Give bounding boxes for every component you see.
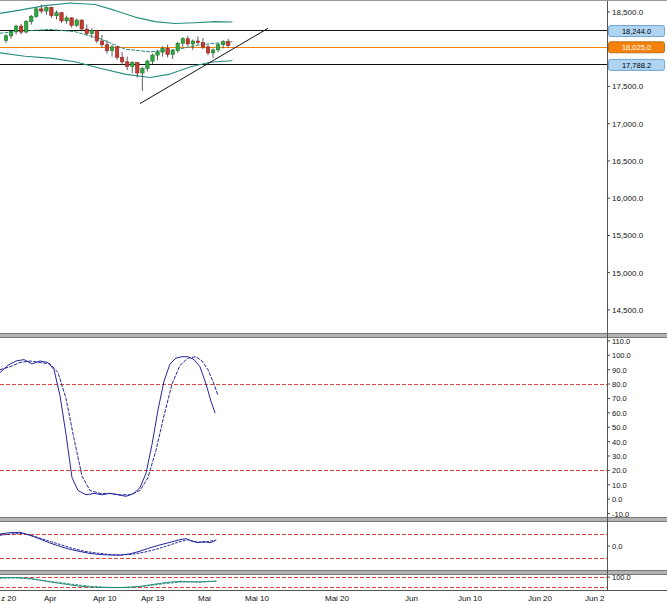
candle-up <box>141 69 144 74</box>
candle-down <box>206 47 209 53</box>
indicator-tick-label: 20.0 <box>612 466 627 475</box>
indicator-tick-label: 100.0 <box>612 573 631 582</box>
time-tick-label: Apr 10 <box>93 594 117 603</box>
badge-label: 17,788.2 <box>622 61 651 70</box>
candle-up <box>14 26 17 31</box>
candle-down <box>186 39 189 44</box>
badge-label: 18,244.0 <box>622 27 651 36</box>
indicator-tick-label: 30.0 <box>612 452 627 461</box>
candle-down <box>60 13 63 21</box>
candle-down <box>120 57 123 62</box>
price-tick-label: 16,500.0 <box>612 157 644 166</box>
indicator-tick-label: 80.0 <box>612 380 627 389</box>
candle-up <box>30 16 33 21</box>
price-tick-label: 16,000.0 <box>612 194 644 203</box>
candle-up <box>176 43 179 50</box>
candle-down <box>227 42 230 46</box>
candle-up <box>181 39 184 44</box>
candle-up <box>222 42 225 45</box>
candle-down <box>85 29 88 33</box>
candle-down <box>95 31 98 41</box>
candle-up <box>25 22 28 32</box>
price-tick-label: 17,000.0 <box>612 120 644 129</box>
price-level-badge[interactable]: 18,244.0 <box>609 26 665 37</box>
candle-up <box>110 47 113 51</box>
chart-background <box>0 0 667 604</box>
candle-up <box>156 52 159 55</box>
candle-down <box>80 20 83 29</box>
indicator-tick-label: 10.0 <box>612 481 627 490</box>
candle-down <box>40 9 43 11</box>
candle-up <box>161 48 164 52</box>
price-tick-label: 17,500.0 <box>612 82 644 91</box>
candle-down <box>126 62 129 67</box>
indicator-tick-label: -10.0 <box>612 510 629 519</box>
time-axis[interactable]: z 20AprApr 10Apr 19MaiMai 10Mai 20JunJun… <box>0 591 667 604</box>
time-tick-label: Mai 20 <box>325 594 350 603</box>
candle-down <box>50 7 53 15</box>
candle-up <box>146 61 149 68</box>
time-tick-label: Apr 19 <box>141 594 165 603</box>
candle-up <box>131 63 134 67</box>
indicator-tick-label: 0.0 <box>612 495 622 504</box>
candle-up <box>9 31 12 36</box>
candle-up <box>55 13 58 16</box>
indicator-tick-label: 0.0 <box>612 542 622 551</box>
candle-up <box>90 31 93 34</box>
candle-up <box>211 50 214 53</box>
indicator-tick-label: 60.0 <box>612 409 627 418</box>
candle-down <box>70 18 73 25</box>
panel-separator[interactable] <box>0 570 667 575</box>
candle-down <box>166 48 169 54</box>
candle-down <box>136 63 139 73</box>
price-tick-label: 15,000.0 <box>612 269 644 278</box>
time-tick-label: Jun 20 <box>528 594 553 603</box>
candle-up <box>171 51 174 55</box>
candle-down <box>201 43 204 48</box>
indicator-tick-label: 40.0 <box>612 438 627 447</box>
panel-separator[interactable] <box>0 517 667 522</box>
candle-up <box>151 55 154 61</box>
candle-down <box>105 45 108 51</box>
candle-up <box>35 9 38 16</box>
candle-down <box>196 41 199 43</box>
indicator-tick-label: 90.0 <box>612 366 627 375</box>
price-tick-label: 15,500.0 <box>612 231 644 240</box>
time-tick-label: Apr <box>44 594 57 603</box>
badge-label: 18,025.0 <box>622 43 651 52</box>
indicator-tick-label: 50.0 <box>612 423 627 432</box>
candle-up <box>65 18 68 21</box>
candle-up <box>75 20 78 25</box>
indicator-tick-label: 110.0 <box>612 337 630 346</box>
candle-up <box>4 36 7 41</box>
price-tick-label: 14,500.0 <box>612 306 644 315</box>
candle-down <box>100 41 103 45</box>
chart-canvas[interactable]: 18,500.018,000.017,500.017,000.016,500.0… <box>0 0 667 604</box>
candle-down <box>115 47 118 57</box>
time-tick-label: Mai <box>198 594 211 603</box>
price-level-badge[interactable]: 18,025.0 <box>609 42 665 53</box>
candle-down <box>19 26 22 32</box>
candle-up <box>191 41 194 44</box>
indicator-tick-label: 70.0 <box>612 394 627 403</box>
time-tick-label: Mai 10 <box>245 594 270 603</box>
time-tick-label: Jun <box>405 594 418 603</box>
indicator-tick-label: 100.0 <box>612 351 631 360</box>
chart-window: 18,500.018,000.017,500.017,000.016,500.0… <box>0 0 667 604</box>
time-tick-label: Jun 10 <box>458 594 483 603</box>
price-tick-label: 18,500.0 <box>612 8 644 17</box>
panel-separator[interactable] <box>0 333 667 338</box>
candle-up <box>216 45 219 50</box>
candle-up <box>45 7 48 11</box>
price-level-badge[interactable]: 17,788.2 <box>609 59 665 70</box>
time-tick-label: Jun 2 <box>585 594 605 603</box>
time-tick-label: z 20 <box>1 594 17 603</box>
